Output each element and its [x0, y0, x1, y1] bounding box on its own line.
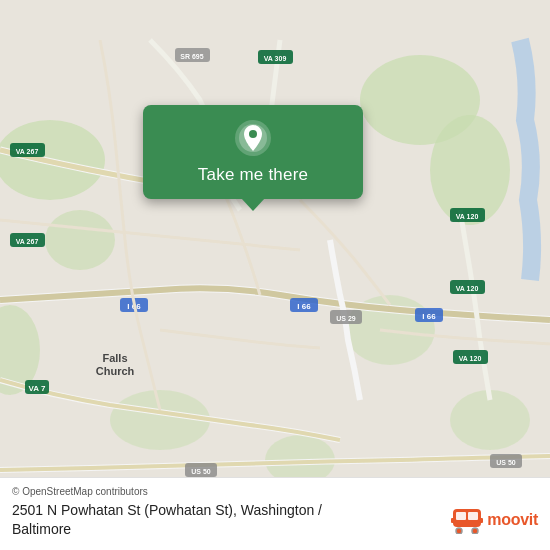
svg-point-46 [472, 528, 478, 534]
svg-text:Falls: Falls [102, 352, 127, 364]
location-pin-icon [234, 119, 272, 157]
svg-text:US 50: US 50 [496, 459, 516, 466]
svg-text:VA 7: VA 7 [29, 384, 46, 393]
svg-text:VA 309: VA 309 [264, 55, 287, 62]
svg-text:US 29: US 29 [336, 315, 356, 322]
svg-rect-48 [480, 518, 483, 523]
svg-rect-44 [468, 512, 478, 520]
svg-text:VA 120: VA 120 [456, 213, 479, 220]
map-roads: I 66 I 66 I 66 VA 267 VA 267 SR 695 VA 3… [0, 0, 550, 550]
svg-text:SR 695: SR 695 [180, 53, 203, 60]
bottom-content: 2501 N Powhatan St (Powhatan St), Washin… [12, 501, 538, 540]
take-me-there-button[interactable]: Take me there [198, 165, 308, 185]
location-popup: Take me there [143, 105, 363, 199]
attribution: © OpenStreetMap contributors [12, 486, 538, 497]
svg-text:US 50: US 50 [191, 468, 211, 475]
svg-text:I 66: I 66 [297, 302, 311, 311]
svg-text:I 66: I 66 [422, 312, 436, 321]
svg-point-3 [45, 210, 115, 270]
address-text: 2501 N Powhatan St (Powhatan St), Washin… [12, 501, 441, 540]
moovit-logo: moovit [451, 506, 538, 534]
svg-text:VA 120: VA 120 [456, 285, 479, 292]
svg-rect-47 [451, 518, 454, 523]
map-container: I 66 I 66 I 66 VA 267 VA 267 SR 695 VA 3… [0, 0, 550, 550]
svg-text:VA 120: VA 120 [459, 355, 482, 362]
bottom-bar: © OpenStreetMap contributors 2501 N Powh… [0, 477, 550, 550]
moovit-brand-text: moovit [487, 511, 538, 529]
svg-text:Church: Church [96, 365, 135, 377]
svg-rect-43 [456, 512, 466, 520]
svg-point-45 [456, 528, 462, 534]
svg-text:VA 267: VA 267 [16, 238, 39, 245]
svg-point-41 [249, 130, 257, 138]
svg-text:VA 267: VA 267 [16, 148, 39, 155]
moovit-bus-icon [451, 506, 483, 534]
